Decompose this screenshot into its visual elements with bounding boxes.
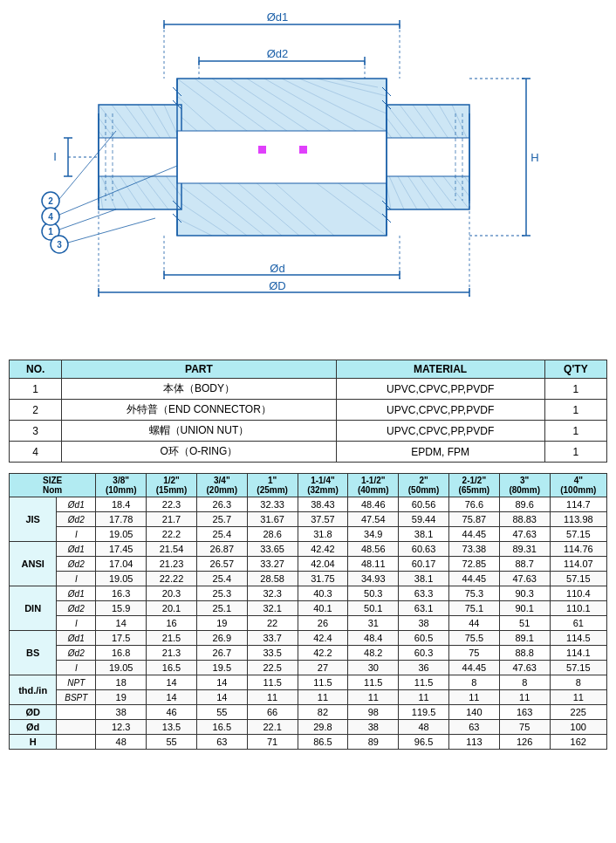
dims-sub-label: Ød2	[57, 601, 96, 616]
parts-header-material: MATERIAL	[336, 360, 544, 379]
dims-value: 17.78	[96, 512, 147, 527]
dims-value: 19	[96, 690, 147, 705]
dims-value: 71	[247, 735, 298, 750]
dims-value: 16	[147, 616, 197, 631]
dims-value: 63.3	[399, 586, 449, 601]
dims-value: 15.9	[96, 601, 147, 616]
dims-value: 34.9	[348, 527, 399, 542]
dims-value: 44.45	[448, 527, 499, 542]
dims-group-label: ANSI	[10, 542, 57, 586]
dims-value: 22.1	[247, 720, 298, 735]
dims-value: 11	[550, 690, 606, 705]
dims-sub-label	[57, 720, 96, 735]
dims-value: 31.75	[298, 572, 348, 586]
svg-text:3: 3	[57, 240, 62, 250]
dims-value: 60.17	[399, 557, 449, 572]
dims-value: 76.6	[448, 497, 499, 512]
dims-value: 40.1	[298, 601, 348, 616]
dims-value: 14	[96, 616, 147, 631]
dims-value: 18	[96, 675, 147, 690]
dims-value: 55	[196, 705, 247, 720]
dims-value: 100	[550, 720, 606, 735]
dims-value: 38	[399, 616, 449, 631]
dims-value: 60.56	[399, 497, 449, 512]
dims-value: 63.1	[399, 601, 449, 616]
dims-value: 26.7	[196, 646, 247, 661]
dims-value: 114.1	[550, 646, 606, 661]
dims-value: 114.7	[550, 497, 606, 512]
dims-row: Ød215.920.125.132.140.150.163.175.190.11…	[10, 601, 607, 616]
dims-value: 14	[196, 690, 247, 705]
dims-group-label: DIN	[10, 586, 57, 631]
dims-row: Ød217.7821.725.731.6737.5747.5459.4475.8…	[10, 512, 607, 527]
dims-value: 25.1	[196, 601, 247, 616]
dims-value: 55	[147, 735, 197, 750]
dims-value: 89.6	[499, 497, 550, 512]
dims-sub-label: Ød2	[57, 646, 96, 661]
dims-row: BSØd117.521.526.933.742.448.460.575.589.…	[10, 631, 607, 646]
dims-value: 25.7	[196, 512, 247, 527]
dims-sub-label: Ød1	[57, 631, 96, 646]
dims-value: 20.3	[147, 586, 197, 601]
dims-row: H4855637186.58996.5113126162	[10, 735, 607, 750]
dims-value: 25.4	[196, 572, 247, 586]
dims-value: 34.93	[348, 572, 399, 586]
dims-value: 38.1	[399, 527, 449, 542]
dims-value: 48.46	[348, 497, 399, 512]
dims-value: 114.5	[550, 631, 606, 646]
dims-value: 21.3	[147, 646, 197, 661]
dims-value: 14	[147, 690, 197, 705]
part-qty: 1	[544, 379, 606, 400]
dims-sub-label: Ød1	[57, 586, 96, 601]
dims-value: 75.1	[448, 601, 499, 616]
dims-value: 22.3	[147, 497, 197, 512]
size-header-10: 4" (100mm)	[550, 474, 606, 497]
dims-sub-label: I	[57, 616, 96, 631]
dims-value: 32.33	[247, 497, 298, 512]
size-nom-header: SIZE Nom	[10, 474, 96, 497]
dims-value: 25.4	[196, 527, 247, 542]
dims-value: 60.63	[399, 542, 449, 557]
dims-value: 119.5	[399, 705, 449, 720]
dims-value: 38.43	[298, 497, 348, 512]
dims-value: 42.42	[298, 542, 348, 557]
part-name: 螺帽（UNION NUT）	[62, 421, 336, 442]
svg-text:Ød: Ød	[270, 262, 284, 275]
dims-value: 40.3	[298, 586, 348, 601]
parts-row: 3 螺帽（UNION NUT） UPVC,CPVC,PP,PVDF 1	[10, 421, 607, 442]
dims-value: 44.45	[448, 661, 499, 675]
dims-value: 11	[348, 690, 399, 705]
dims-value: 140	[448, 705, 499, 720]
dims-row: Ød216.821.326.733.542.248.260.37588.8114…	[10, 646, 607, 661]
dims-row: DINØd116.320.325.332.340.350.363.375.390…	[10, 586, 607, 601]
part-qty: 1	[544, 421, 606, 442]
part-qty: 1	[544, 442, 606, 463]
dims-value: 44	[448, 616, 499, 631]
parts-header-qty: Q'TY	[544, 360, 606, 379]
dims-sub-label: Ød1	[57, 542, 96, 557]
dims-row: JISØd118.422.326.332.3338.4348.4660.5676…	[10, 497, 607, 512]
dims-value: 14	[196, 675, 247, 690]
dims-value: 19.05	[96, 527, 147, 542]
dims-row: I14161922263138445161	[10, 616, 607, 631]
dims-value: 18.4	[96, 497, 147, 512]
parts-row: 1 本体（BODY） UPVC,CPVC,PP,PVDF 1	[10, 379, 607, 400]
dims-value: 110.4	[550, 586, 606, 601]
dims-value: 38	[348, 720, 399, 735]
dims-value: 48	[96, 735, 147, 750]
dims-value: 20.1	[147, 601, 197, 616]
size-header-6: 1-1/2" (40mm)	[348, 474, 399, 497]
dims-sub-label: I	[57, 572, 96, 586]
size-header-7: 2" (50mm)	[399, 474, 449, 497]
dims-value: 47.63	[499, 661, 550, 675]
size-header-1: 3/8" (10mm)	[96, 474, 147, 497]
dims-value: 82	[298, 705, 348, 720]
dims-value: 47.63	[499, 527, 550, 542]
dims-value: 21.5	[147, 631, 197, 646]
dims-value: 8	[448, 675, 499, 690]
dims-group-label: BS	[10, 631, 57, 675]
dims-value: 31.8	[298, 527, 348, 542]
dims-value: 8	[550, 675, 606, 690]
dims-value: 98	[348, 705, 399, 720]
dims-value: 50.1	[348, 601, 399, 616]
